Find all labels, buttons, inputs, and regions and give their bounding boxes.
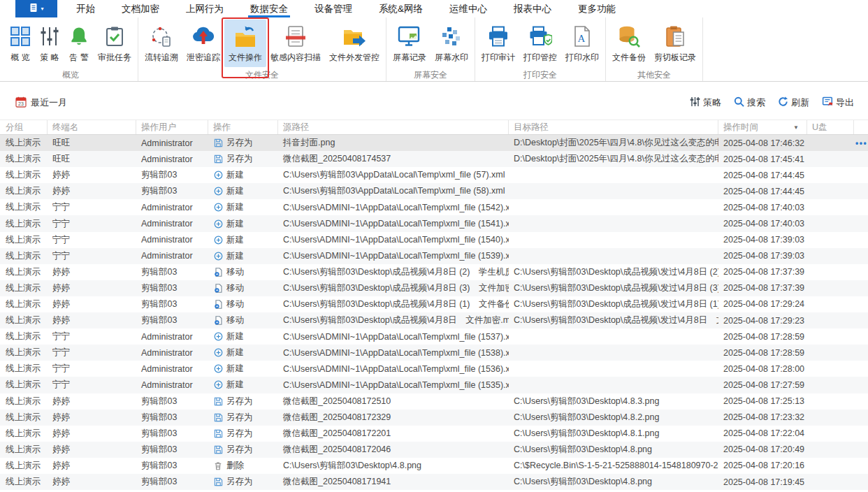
ribbon-item-屏幕水印[interactable]: 屏幕水印 bbox=[431, 20, 472, 67]
cell-user: 剪辑部03 bbox=[136, 280, 208, 296]
cell-target-path: C:\Users\剪辑部03\Desktop\4.8.png bbox=[509, 442, 718, 458]
cell-usb bbox=[807, 215, 854, 231]
ribbon-group-屏幕安全: 屏幕记录屏幕水印屏幕安全 bbox=[386, 17, 475, 81]
table-row[interactable]: 线上演示婷婷剪辑部03另存为微信截图_20250408172510C:\User… bbox=[0, 393, 868, 410]
ribbon-item-打印管控[interactable]: 打印管控 bbox=[519, 20, 561, 67]
toolbar-action-刷新[interactable]: 刷新 bbox=[778, 96, 809, 109]
cell-user: 剪辑部03 bbox=[136, 426, 208, 442]
ribbon-item-泄密追踪[interactable]: 泄密追踪 bbox=[182, 20, 224, 67]
table-row[interactable]: 线上演示宁宁Administrator新建C:\Users\ADMINI~1\A… bbox=[0, 361, 868, 377]
ribbon-item-label: 打印管控 bbox=[523, 52, 557, 64]
tab-系统&网络[interactable]: 系统&网络 bbox=[378, 0, 424, 17]
cell-terminal: 婷婷 bbox=[48, 280, 136, 296]
file-backup-icon bbox=[618, 22, 640, 50]
table-row[interactable]: 线上演示婷婷剪辑部03另存为微信截图_20250408172201C:\User… bbox=[0, 426, 868, 442]
table-row[interactable]: 线上演示婷婷剪辑部03另存为微信截图_20250408171941C:\User… bbox=[0, 474, 868, 490]
toolbar-action-导出[interactable]: 导出 bbox=[822, 96, 854, 109]
cell-operation: 新建 bbox=[208, 248, 278, 264]
column-header-分组[interactable]: 分组 bbox=[0, 120, 48, 134]
ribbon-item-文件备份[interactable]: 文件备份 bbox=[608, 20, 650, 67]
column-header-label: 源路径 bbox=[283, 122, 310, 133]
column-filter-caret-icon[interactable]: ▼ bbox=[793, 124, 802, 131]
column-header-U盘[interactable]: U盘 bbox=[807, 120, 854, 134]
app-menu-button[interactable]: ▾ bbox=[15, 0, 57, 17]
ribbon-item-打印水印[interactable]: A打印水印 bbox=[561, 20, 603, 67]
toolbar-action-搜索[interactable]: 搜索 bbox=[734, 96, 765, 109]
ribbon-item-文件外发管控[interactable]: 文件外发管控 bbox=[325, 20, 384, 67]
ribbon-item-流转追溯[interactable]: 流转追溯 bbox=[140, 20, 182, 67]
table-row[interactable]: 线上演示婷婷剪辑部03移动C:\Users\剪辑部03\Desktop\成品视频… bbox=[0, 296, 868, 312]
table-row[interactable]: 线上演示婷婷剪辑部03删除C:\Users\剪辑部03\Desktop\4.8.… bbox=[0, 458, 868, 474]
table-row[interactable]: 线上演示婷婷剪辑部03新建C:\Users\剪辑部03\AppData\Loca… bbox=[0, 167, 868, 183]
row-menu-button[interactable]: ••• bbox=[855, 138, 867, 148]
tab-更多功能[interactable]: 更多功能 bbox=[577, 0, 616, 17]
move-icon bbox=[213, 268, 223, 277]
cell-source-path: C:\Users\剪辑部03\Desktop\成品视频\4月8日 (2) 学生机… bbox=[278, 264, 509, 280]
filter-bar: 23 最近一月 策略搜索刷新导出 bbox=[0, 82, 868, 120]
cell-row-menu bbox=[854, 215, 868, 231]
cell-usb bbox=[807, 167, 854, 183]
table-row[interactable]: 线上演示宁宁Administrator新建C:\Users\ADMINI~1\A… bbox=[0, 345, 868, 361]
table-row[interactable]: 线上演示宁宁Administrator新建C:\Users\ADMINI~1\A… bbox=[0, 248, 868, 264]
cell-source-path: C:\Users\剪辑部03\AppData\Local\Temp\xml_fi… bbox=[278, 167, 509, 183]
table-row[interactable]: 线上演示婷婷剪辑部03另存为微信截图_20250408172046C:\User… bbox=[0, 442, 868, 458]
tab-文档加密[interactable]: 文档加密 bbox=[121, 0, 160, 17]
table-row[interactable]: 线上演示宁宁Administrator新建C:\Users\ADMINI~1\A… bbox=[0, 377, 868, 393]
table-row[interactable]: 线上演示宁宁Administrator新建C:\Users\ADMINI~1\A… bbox=[0, 232, 868, 248]
column-header-目标路径[interactable]: 目标路径 bbox=[509, 120, 718, 134]
table-row[interactable]: 线上演示婷婷剪辑部03新建C:\Users\剪辑部03\AppData\Loca… bbox=[0, 183, 868, 199]
operation-label: 另存为 bbox=[226, 137, 253, 149]
ribbon-item-label: 屏幕水印 bbox=[435, 52, 468, 64]
column-header-操作用户[interactable]: 操作用户 bbox=[136, 120, 208, 134]
table-row[interactable]: 线上演示旺旺Administrator另存为抖音封面.pngD:\Desktop… bbox=[0, 135, 868, 151]
cell-target-path: C:\Users\剪辑部03\Desktop\4.8.png bbox=[509, 474, 718, 490]
table-row[interactable]: 线上演示旺旺Administrator另存为微信截图_2025040817453… bbox=[0, 151, 868, 167]
table-row[interactable]: 线上演示婷婷剪辑部03另存为微信截图_20250408172329C:\User… bbox=[0, 410, 868, 426]
table-row[interactable]: 线上演示宁宁Administrator新建C:\Users\ADMINI~1\A… bbox=[0, 199, 868, 215]
ribbon-item-打印审计[interactable]: 打印审计 bbox=[477, 20, 519, 67]
cell-target-path: C:\Users\剪辑部03\Desktop\成品视频\发过\4月8日 文件加.… bbox=[509, 312, 718, 328]
table-row[interactable]: 线上演示婷婷剪辑部03移动C:\Users\剪辑部03\Desktop\成品视频… bbox=[0, 312, 868, 328]
tab-数据安全[interactable]: 数据安全 bbox=[249, 0, 289, 17]
tab-开始[interactable]: 开始 bbox=[75, 0, 96, 17]
toolbar-action-策略[interactable]: 策略 bbox=[690, 96, 721, 109]
ribbon-item-概览[interactable]: 概 览 bbox=[6, 20, 35, 67]
cell-group: 线上演示 bbox=[0, 296, 48, 312]
ribbon-item-屏幕记录[interactable]: 屏幕记录 bbox=[389, 20, 431, 67]
cell-group: 线上演示 bbox=[0, 312, 48, 328]
ribbon-item-告警[interactable]: 告 警 bbox=[64, 20, 94, 67]
cell-usb bbox=[807, 410, 854, 426]
column-header-操作[interactable]: 操作 bbox=[208, 120, 278, 134]
cell-user: 剪辑部03 bbox=[136, 393, 208, 410]
tab-报表中心[interactable]: 报表中心 bbox=[513, 0, 552, 17]
cell-time: 2025-04-08 17:27:59 bbox=[718, 377, 807, 393]
date-filter[interactable]: 23 最近一月 bbox=[15, 96, 67, 110]
column-header-操作时间[interactable]: 操作时间▼ bbox=[718, 120, 807, 134]
table-row[interactable]: 线上演示宁宁Administrator新建C:\Users\ADMINI~1\A… bbox=[0, 328, 868, 345]
ribbon-group-label: 其他安全 bbox=[608, 67, 700, 86]
table-row[interactable]: 线上演示婷婷剪辑部03移动C:\Users\剪辑部03\Desktop\成品视频… bbox=[0, 264, 868, 280]
ribbon-item-剪切板记录[interactable]: 剪切板记录 bbox=[650, 20, 700, 67]
flow-trace-icon bbox=[150, 22, 173, 50]
cell-usb bbox=[807, 345, 854, 361]
table-row[interactable]: 线上演示宁宁Administrator新建C:\Users\ADMINI~1\A… bbox=[0, 215, 868, 231]
ribbon-item-审批任务[interactable]: 审批任务 bbox=[94, 20, 136, 67]
cell-usb bbox=[807, 248, 854, 264]
cell-time: 2025-04-08 17:44:45 bbox=[718, 183, 807, 199]
ribbon-item-文件操作[interactable]: 文件操作 bbox=[224, 20, 266, 67]
column-header-终端名[interactable]: 终端名 bbox=[48, 120, 136, 134]
tab-上网行为[interactable]: 上网行为 bbox=[185, 0, 224, 17]
ribbon-item-策略[interactable]: 策 略 bbox=[35, 20, 64, 67]
saveas-icon bbox=[213, 154, 223, 164]
column-header-源路径[interactable]: 源路径 bbox=[278, 120, 509, 134]
table-row[interactable]: 线上演示婷婷剪辑部03移动C:\Users\剪辑部03\Desktop\成品视频… bbox=[0, 280, 868, 296]
file-out-folder-icon bbox=[342, 22, 366, 50]
tab-运维中心[interactable]: 运维中心 bbox=[449, 0, 488, 17]
cell-target-path: D:\Desktop\封面\2025年\四月\4.8\你见过这么变态的电脑监..… bbox=[509, 151, 718, 167]
ribbon-item-敏感内容扫描[interactable]: 敏感内容扫描 bbox=[266, 20, 325, 67]
move-icon bbox=[213, 300, 223, 309]
tab-设备管理[interactable]: 设备管理 bbox=[314, 0, 353, 17]
cell-usb bbox=[807, 199, 854, 215]
cell-target-path bbox=[509, 248, 718, 264]
cell-usb bbox=[807, 296, 854, 312]
